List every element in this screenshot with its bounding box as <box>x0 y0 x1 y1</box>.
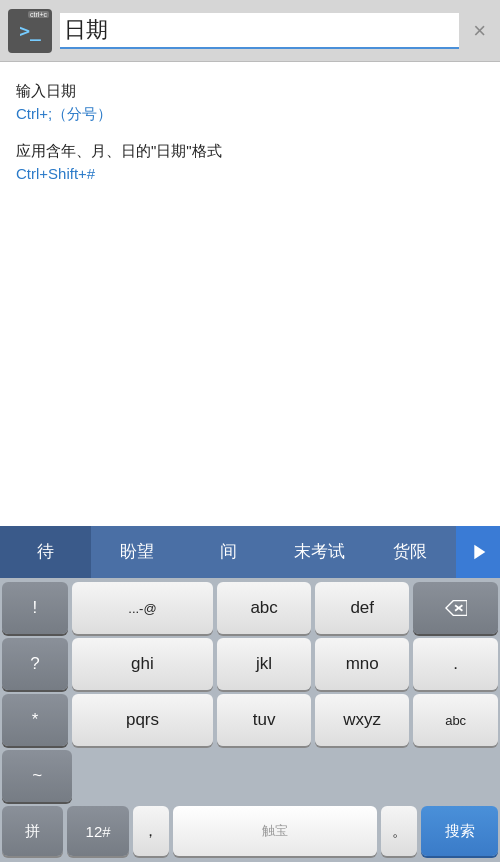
entry-2: 应用含年、月、日的"日期"格式 Ctrl+Shift+# <box>16 142 484 182</box>
suggestion-3[interactable]: 末考试 <box>274 526 365 578</box>
keyboard: 待 盼望 间 末考试 货限 ! ...-@ abc def ? ghi jkl … <box>0 526 500 862</box>
entry-2-shortcut[interactable]: Ctrl+Shift+# <box>16 165 484 182</box>
suggestions-bar: 待 盼望 间 末考试 货限 <box>0 526 500 578</box>
suggestion-1[interactable]: 盼望 <box>91 526 182 578</box>
header: ctrl+c >_ × <box>0 0 500 62</box>
terminal-icon: ctrl+c >_ <box>8 9 52 53</box>
key-tuv[interactable]: tuv <box>217 694 311 746</box>
key-question[interactable]: ? <box>2 638 68 690</box>
close-button[interactable]: × <box>467 14 492 48</box>
key-jkl[interactable]: jkl <box>217 638 311 690</box>
key-def[interactable]: def <box>315 582 409 634</box>
entry-1: 输入日期 Ctrl+;（分号） <box>16 82 484 124</box>
key-abc[interactable]: abc <box>217 582 311 634</box>
backspace-key[interactable] <box>413 582 498 634</box>
key-at[interactable]: ...-@ <box>72 582 213 634</box>
key-row-2: ? ghi jkl mno . <box>2 638 498 690</box>
ctrl-c-label: ctrl+c <box>28 11 49 18</box>
key-mno[interactable]: mno <box>315 638 409 690</box>
key-exclaim[interactable]: ! <box>2 582 68 634</box>
key-period-cn[interactable]: 。 <box>381 806 417 856</box>
entry-2-desc: 应用含年、月、日的"日期"格式 <box>16 142 484 161</box>
key-rows: ! ...-@ abc def ? ghi jkl mno . * pqrs t… <box>0 578 500 806</box>
suggestion-4[interactable]: 货限 <box>365 526 456 578</box>
suggestions-arrow[interactable] <box>456 526 500 578</box>
content-area: 输入日期 Ctrl+;（分号） 应用含年、月、日的"日期"格式 Ctrl+Shi… <box>0 62 500 542</box>
bottom-row: 拼 12# ， 触宝 。 搜索 <box>0 806 500 862</box>
terminal-prompt: >_ <box>19 20 41 41</box>
suggestion-0[interactable]: 待 <box>0 526 91 578</box>
key-pinyin[interactable]: 拼 <box>2 806 63 856</box>
key-space[interactable]: 触宝 <box>173 806 378 856</box>
svg-marker-1 <box>446 601 467 616</box>
key-row-1: ! ...-@ abc def <box>2 582 498 634</box>
key-tilde[interactable]: ~ <box>2 750 72 802</box>
entry-1-desc: 输入日期 <box>16 82 484 101</box>
key-period[interactable]: . <box>413 638 498 690</box>
suggestion-2[interactable]: 间 <box>182 526 273 578</box>
key-row-4: ~ <box>2 750 498 802</box>
key-ghi[interactable]: ghi <box>72 638 213 690</box>
key-comma[interactable]: ， <box>133 806 169 856</box>
key-row-3: * pqrs tuv wxyz abc <box>2 694 498 746</box>
key-search[interactable]: 搜索 <box>421 806 498 856</box>
key-abc2[interactable]: abc <box>413 694 498 746</box>
entry-1-shortcut[interactable]: Ctrl+;（分号） <box>16 105 484 124</box>
search-input[interactable] <box>60 13 459 49</box>
key-asterisk[interactable]: * <box>2 694 68 746</box>
key-wxyz[interactable]: wxyz <box>315 694 409 746</box>
key-pqrs[interactable]: pqrs <box>72 694 213 746</box>
key-num[interactable]: 12# <box>67 806 128 856</box>
svg-marker-0 <box>474 545 485 560</box>
